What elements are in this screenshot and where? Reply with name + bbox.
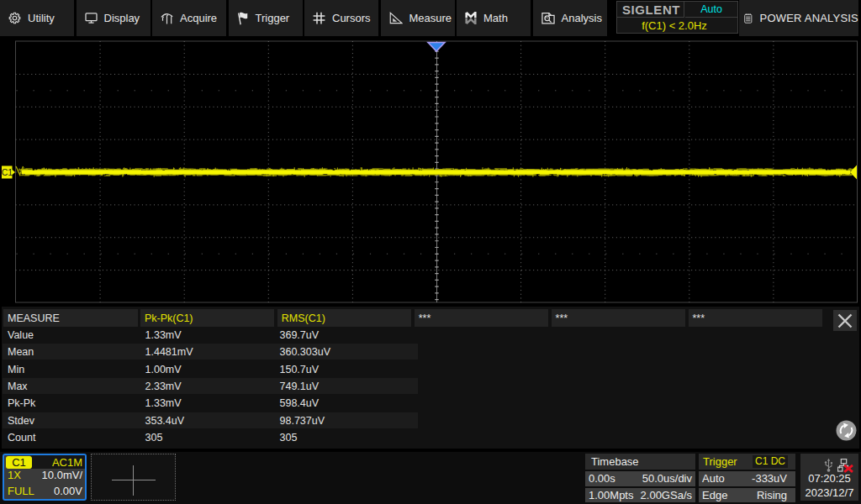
trigger-mode: Auto — [702, 471, 725, 486]
measure-row-mean: Mean1.4481mV360.303uV — [2, 344, 859, 360]
measure-stat-label: Count — [8, 429, 35, 446]
monitor-icon — [85, 13, 98, 24]
measure-header-cell: MEASURE — [3, 309, 138, 327]
clock-time: 07:20:25 — [800, 472, 858, 485]
menu-item-display[interactable]: Display — [77, 0, 151, 36]
menu-item-label: Cursors — [332, 12, 371, 24]
menu-item-math[interactable]: Math — [457, 0, 531, 36]
menu-item-label: Utility — [28, 12, 55, 24]
measure-stat-label: Mean — [8, 344, 34, 360]
measure-row-pkpk: Pk-Pk1.33mV598.4uV — [2, 395, 859, 412]
trigger-frequency-readout: f(C1) < 2.0Hz — [617, 18, 737, 33]
measure-stat-label: Min — [8, 360, 24, 377]
crosshatch-icon — [313, 12, 325, 24]
measure-header-cell[interactable]: Pk-Pk(C1) — [140, 309, 275, 327]
measure-value: 360.303uV — [280, 344, 330, 360]
channel1-probe: 1X — [8, 469, 21, 481]
usb-icon — [824, 458, 833, 472]
measure-header-label: RMS(C1) — [282, 312, 325, 324]
measure-row-count: Count305305 — [2, 429, 859, 446]
trigger-row-level: Auto -333uV — [699, 471, 795, 486]
acquisition-status-badge[interactable]: Auto — [685, 2, 737, 18]
trigger-type: Edge — [702, 488, 727, 503]
measure-value: 1.33mV — [145, 327, 182, 344]
menu-item-label: Acquire — [180, 12, 217, 24]
channel1-offset-row: FULL 0.00V — [4, 485, 85, 499]
trigger-source-coupling-chip: C1 DC — [753, 455, 788, 468]
timebase-row-rate: 1.00Mpts 2.00GSa/s — [585, 488, 695, 502]
measure-value: 305 — [145, 429, 163, 446]
menu-item-analysis[interactable]: Analysis — [533, 0, 607, 36]
set-square-icon — [389, 12, 403, 24]
trigger-row-slope: Edge Rising — [699, 488, 795, 502]
timebase-box[interactable]: Timebase 0.00s 50.0us/div 1.00Mpts 2.00G… — [585, 454, 695, 501]
measure-value: 1.4481mV — [145, 344, 193, 360]
measure-value: 305 — [280, 429, 298, 446]
menu-item-label: Display — [104, 12, 140, 24]
menu-item-measure[interactable]: Measure — [381, 0, 455, 36]
measure-stat-label: Stdev — [8, 412, 34, 429]
measure-row-min: Min1.00mV150.7uV — [2, 360, 859, 377]
sampling-arch-icon — [161, 13, 173, 24]
menu-item-label: Measure — [409, 12, 452, 24]
menu-item-acquire[interactable]: Acquire — [152, 0, 226, 36]
power-analysis-panel[interactable]: POWER ANALYSIS — [739, 0, 858, 36]
timebase-points: 1.00Mpts — [589, 488, 633, 503]
measure-row-value: Value1.33mV369.7uV — [2, 327, 859, 344]
bottom-status-bar: C1 AC1M 1X 10.0mV/ FULL 0.00V Timebase 0… — [0, 452, 861, 504]
timebase-delay: 0.00s — [589, 471, 615, 486]
channel1-header-row: C1 AC1M — [4, 455, 85, 469]
trigger-delay-triangle[interactable] — [428, 43, 445, 52]
bowtie-m-icon — [465, 12, 477, 24]
measure-value: 598.4uV — [280, 395, 320, 412]
statistics-reset-button[interactable] — [836, 420, 857, 441]
trigger-title: Trigger — [703, 455, 737, 468]
menu-bar: UtilityDisplayAcquireTriggerCursorsMeasu… — [0, 0, 861, 36]
brand-status-block: SIGLENTAutof(C1) < 2.0Hz — [616, 1, 738, 34]
timebase-scale: 50.0us/div — [642, 471, 692, 486]
c1-offset-marker[interactable]: C1 — [2, 166, 15, 179]
trigger-box[interactable]: Trigger C1 DC Auto -333uV Edge Rising — [699, 454, 795, 501]
trigger-header: Trigger C1 DC — [699, 454, 795, 470]
measure-header-label: Pk-Pk(C1) — [145, 312, 193, 324]
measure-header-label: *** — [693, 312, 705, 324]
lan-error-icon — [837, 459, 854, 473]
scope-graticule: C1 — [0, 36, 861, 308]
channel1-descriptor-box[interactable]: C1 AC1M 1X 10.0mV/ FULL 0.00V — [3, 454, 87, 501]
refresh-icon — [836, 420, 857, 441]
menu-item-label: Analysis — [562, 12, 602, 24]
measure-header-cell[interactable]: *** — [415, 309, 549, 327]
measure-header-cell[interactable]: *** — [689, 309, 823, 327]
menu-item-label: Trigger — [256, 12, 290, 24]
timebase-samplerate: 2.00GSa/s — [641, 488, 692, 503]
channel1-bandwidth: FULL — [8, 485, 34, 497]
c1-trace[interactable] — [16, 166, 855, 177]
measure-value: 1.00mV — [145, 360, 182, 377]
measure-value: 1.33mV — [145, 395, 182, 412]
measure-value: 749.1uV — [280, 378, 320, 395]
add-channel-box[interactable] — [91, 454, 176, 501]
measure-stat-label: Value — [8, 327, 34, 344]
measure-stat-label: Max — [8, 378, 28, 395]
status-icons — [800, 456, 858, 471]
plus-icon — [112, 480, 156, 480]
channel1-scale-row: 1X 10.0mV/ — [4, 469, 85, 483]
channel1-badge: C1 — [6, 456, 32, 469]
flag-icon — [237, 12, 249, 25]
timebase-title: Timebase — [591, 455, 639, 468]
measure-header-cell[interactable]: *** — [552, 309, 686, 327]
measure-value: 353.4uV — [145, 412, 185, 429]
power-analysis-label: POWER ANALYSIS — [760, 12, 858, 24]
measure-header-cell[interactable]: RMS(C1) — [277, 309, 412, 327]
timebase-header: Timebase — [585, 454, 695, 470]
row-stripe — [3, 378, 418, 394]
trigger-level-triangle[interactable] — [850, 165, 857, 180]
clipboard-icon — [744, 12, 753, 25]
measure-header-label: *** — [419, 312, 431, 324]
trigger-slope: Rising — [757, 488, 787, 503]
menu-item-utility[interactable]: Utility — [0, 0, 74, 36]
menu-item-trigger[interactable]: Trigger — [229, 0, 303, 36]
menu-item-cursors[interactable]: Cursors — [304, 0, 378, 36]
row-stripe — [3, 412, 418, 428]
channel1-vdiv: 10.0mV/ — [42, 469, 82, 481]
